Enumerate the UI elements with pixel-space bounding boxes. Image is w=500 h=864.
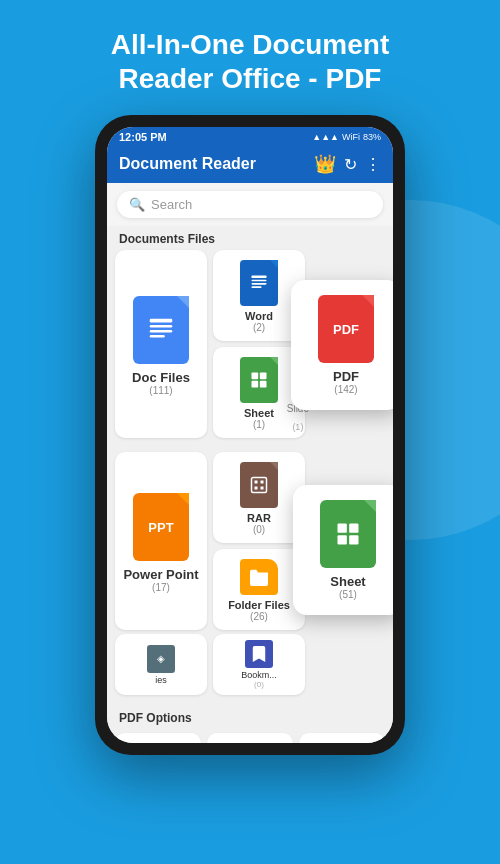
image-to-card[interactable]: Image to xyxy=(115,733,201,743)
more-menu-icon[interactable]: ⋮ xyxy=(365,155,381,174)
rar-count: (0) xyxy=(253,524,265,535)
svg-rect-18 xyxy=(349,524,358,533)
doc-files-count: (111) xyxy=(149,385,172,396)
svg-rect-3 xyxy=(150,335,165,338)
svg-rect-1 xyxy=(150,325,173,328)
svg-rect-5 xyxy=(252,280,267,282)
doc-icon xyxy=(133,296,189,364)
svg-rect-12 xyxy=(252,478,267,493)
pdf-large-card[interactable]: PDF PDF (142) xyxy=(291,280,393,410)
svg-rect-9 xyxy=(260,373,267,380)
svg-rect-15 xyxy=(255,487,258,490)
sheet-large-card[interactable]: Sheet (51) xyxy=(293,485,393,615)
bookmark-label: Bookm... xyxy=(241,670,277,680)
svg-rect-2 xyxy=(150,330,173,333)
rar-card[interactable]: RAR (0) xyxy=(213,452,305,543)
signal-icon: ▲▲▲ xyxy=(312,132,339,142)
header-actions: 👑 ↻ ⋮ xyxy=(314,153,381,175)
svg-rect-20 xyxy=(349,535,358,544)
pdf-label: PDF xyxy=(333,369,359,384)
sheet-small-count: (1) xyxy=(253,419,265,430)
word-count: (2) xyxy=(253,322,265,333)
documents-section-header: Documents Files xyxy=(107,226,393,250)
svg-rect-16 xyxy=(261,487,264,490)
row2-wrapper: PPT Power Point (17) xyxy=(107,446,393,695)
bookmark-card[interactable]: Bookm... (0) xyxy=(213,634,305,695)
app-header: Document Reader 👑 ↻ ⋮ xyxy=(107,147,393,183)
doc-files-label: Doc Files xyxy=(132,370,190,385)
doc-grid-wrapper: Doc Files (111) xyxy=(107,250,393,438)
search-placeholder: Search xyxy=(151,197,192,212)
ies-label: ies xyxy=(155,675,167,685)
pdf-to-card[interactable]: PDF PDF to xyxy=(299,733,385,743)
svg-rect-0 xyxy=(150,319,173,323)
phone-screen: 12:05 PM ▲▲▲ WiFi 83% Document Reader 👑 … xyxy=(107,127,393,743)
refresh-icon[interactable]: ↻ xyxy=(344,155,357,174)
doc-files-card[interactable]: Doc Files (111) xyxy=(115,250,207,438)
pdf-options-header: PDF Options xyxy=(107,705,393,729)
text-to-card[interactable]: Aa Text to xyxy=(207,733,293,743)
word-icon xyxy=(240,260,278,306)
folder-card[interactable]: Folder Files (26) xyxy=(213,549,305,630)
status-time: 12:05 PM xyxy=(119,131,167,143)
ppt-icon-label: PPT xyxy=(148,520,173,535)
pdf-icon: PDF xyxy=(318,295,374,363)
folder-count: (26) xyxy=(250,611,268,622)
sheet-large-label: Sheet xyxy=(330,574,365,589)
sheet-small-icon xyxy=(240,357,278,403)
sheet-large-count: (51) xyxy=(339,589,357,600)
svg-rect-14 xyxy=(261,481,264,484)
bookmark-icon xyxy=(245,640,273,668)
app-header-title: Document Reader xyxy=(119,155,256,173)
content-area: Documents Files xyxy=(107,226,393,743)
sheet-small-label: Sheet xyxy=(244,407,274,419)
slide-count: (1) xyxy=(292,422,303,432)
ppt-card[interactable]: PPT Power Point (17) xyxy=(115,452,207,630)
page-title: All-In-One Document Reader Office - PDF xyxy=(0,0,500,111)
battery-icon: 83% xyxy=(363,132,381,142)
phone-mockup: 12:05 PM ▲▲▲ WiFi 83% Document Reader 👑 … xyxy=(0,115,500,755)
status-icons: ▲▲▲ WiFi 83% xyxy=(312,132,381,142)
wifi-icon: WiFi xyxy=(342,132,360,142)
pdf-icon-label: PDF xyxy=(333,322,359,337)
svg-rect-17 xyxy=(338,524,347,533)
svg-rect-10 xyxy=(252,381,259,388)
documents-section-label: Documents Files xyxy=(119,232,215,246)
search-bar[interactable]: 🔍 Search xyxy=(117,191,383,218)
crown-icon[interactable]: 👑 xyxy=(314,153,336,175)
search-icon: 🔍 xyxy=(129,197,145,212)
status-bar: 12:05 PM ▲▲▲ WiFi 83% xyxy=(107,127,393,147)
svg-rect-19 xyxy=(338,535,347,544)
phone-frame: 12:05 PM ▲▲▲ WiFi 83% Document Reader 👑 … xyxy=(95,115,405,755)
ppt-icon: PPT xyxy=(133,493,189,561)
word-label: Word xyxy=(245,310,273,322)
pdf-options-label: PDF Options xyxy=(119,711,192,725)
svg-rect-13 xyxy=(255,481,258,484)
svg-rect-6 xyxy=(252,283,267,285)
svg-rect-4 xyxy=(252,276,267,279)
ppt-label: Power Point xyxy=(123,567,198,582)
folder-label: Folder Files xyxy=(228,599,290,611)
ppt-count: (17) xyxy=(152,582,170,593)
svg-rect-8 xyxy=(252,373,259,380)
folder-icon xyxy=(240,559,278,595)
sheet-large-icon xyxy=(320,500,376,568)
svg-rect-11 xyxy=(260,381,267,388)
bookmark-count: (0) xyxy=(254,680,264,689)
rar-icon xyxy=(240,462,278,508)
small-cards-row: ◈ ies Bookm... (0) xyxy=(115,634,385,695)
ies-card[interactable]: ◈ ies xyxy=(115,634,207,695)
rar-label: RAR xyxy=(247,512,271,524)
ies-icon: ◈ xyxy=(147,645,175,673)
svg-rect-7 xyxy=(252,287,262,289)
pdf-options-grid: Image to Aa Text to PDF xyxy=(107,729,393,743)
pdf-count: (142) xyxy=(334,384,357,395)
